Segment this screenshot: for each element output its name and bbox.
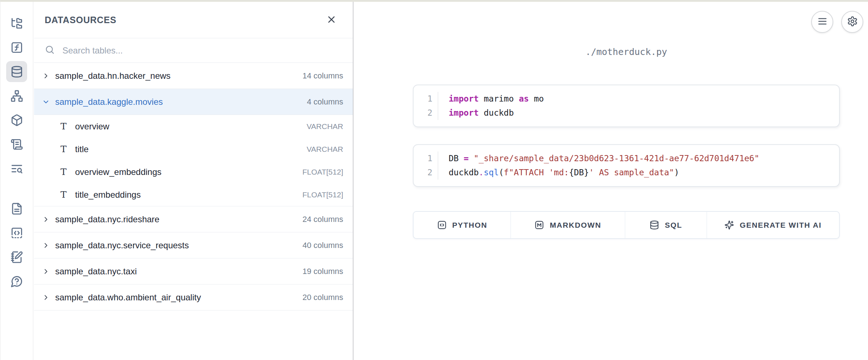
table-row[interactable]: sample_data.hn.hacker_news14 columns xyxy=(34,63,353,89)
column-row[interactable]: Ttitle_embeddingsFLOAT[512] xyxy=(34,183,353,206)
table-column-count: 20 columns xyxy=(302,293,343,302)
chevron-right-icon xyxy=(42,241,50,249)
sidebar-item-help[interactable] xyxy=(6,271,27,292)
sidebar-item-file-explorer[interactable] xyxy=(6,13,27,34)
sidebar-item-packages[interactable] xyxy=(6,110,27,130)
sidebar-item-dependencies[interactable] xyxy=(6,85,27,106)
network-icon xyxy=(10,90,23,102)
table-row[interactable]: sample_data.nyc.taxi19 columns xyxy=(34,258,353,284)
code-text: import marimo as mo xyxy=(438,92,839,106)
code-token: import xyxy=(449,94,479,103)
column-row[interactable]: TtitleVARCHAR xyxy=(34,138,353,160)
top-actions xyxy=(811,11,863,33)
line-number: 2 xyxy=(414,166,438,180)
code-line: 1import marimo as mo xyxy=(414,92,839,106)
code-square-icon xyxy=(437,220,447,230)
sidebar-item-functions[interactable] xyxy=(6,37,27,58)
add-cell-markdown-button[interactable]: MARKDOWN xyxy=(511,212,625,238)
add-cell-button-label: GENERATE WITH AI xyxy=(740,221,821,230)
table-column-count: 24 columns xyxy=(302,215,343,224)
code-token: sql xyxy=(484,168,499,177)
sidebar-item-datasources[interactable] xyxy=(6,61,27,82)
code-token: duckdb xyxy=(449,168,479,177)
table-name: sample_data.nyc.taxi xyxy=(55,266,137,277)
code-token: as xyxy=(519,94,529,103)
add-cell-button-label: SQL xyxy=(665,221,682,230)
function-square-icon xyxy=(10,41,23,54)
code-token: = xyxy=(464,154,469,163)
table-column-count: 40 columns xyxy=(302,241,343,250)
code-token: duckdb xyxy=(479,108,514,117)
add-cell-bar: PYTHONMARKDOWNSQLGENERATE WITH AI xyxy=(413,211,840,239)
search-input[interactable] xyxy=(62,45,342,56)
code-token: "_share/sample_data/23b0d623-1361-421d-a… xyxy=(474,154,759,163)
notebook-area: ./motherduck.py 1import marimo as mo2imp… xyxy=(353,2,868,360)
code-token: {DB} xyxy=(569,168,589,177)
sparkles-icon xyxy=(724,220,734,230)
column-type: FLOAT[512] xyxy=(302,168,343,176)
tables-list: sample_data.hn.hacker_news14 columnssamp… xyxy=(34,63,353,310)
file-text-icon xyxy=(10,202,23,215)
table-row[interactable]: sample_data.who.ambient_air_quality20 co… xyxy=(34,284,353,310)
code-square-dashed-icon xyxy=(10,227,23,239)
notebook-filename: ./motherduck.py xyxy=(413,47,840,57)
text-type-icon: T xyxy=(59,190,68,199)
table-row[interactable]: sample_data.nyc.service_requests40 colum… xyxy=(34,232,353,258)
close-icon xyxy=(326,14,337,26)
code-token: marimo xyxy=(479,94,519,103)
table-column-count: 19 columns xyxy=(302,267,343,276)
code-token: . xyxy=(479,168,484,177)
database-icon xyxy=(10,65,23,78)
code-token xyxy=(469,154,474,163)
table-name: sample_data.nyc.rideshare xyxy=(55,214,160,224)
gear-icon xyxy=(847,16,858,27)
close-panel-button[interactable] xyxy=(326,14,337,26)
datasources-panel: DATASOURCES sample_data.hn.hacker_news14… xyxy=(34,2,353,360)
table-row[interactable]: sample_data.kaggle.movies4 columns xyxy=(34,89,353,115)
code-text: DB = "_share/sample_data/23b0d623-1361-4… xyxy=(438,151,839,166)
column-row[interactable]: ToverviewVARCHAR xyxy=(34,115,353,138)
table-name: sample_data.kaggle.movies xyxy=(55,97,163,107)
chevron-down-icon xyxy=(42,98,50,106)
code-cell[interactable]: 1DB = "_share/sample_data/23b0d623-1361-… xyxy=(413,144,840,187)
add-cell-sql-button[interactable]: SQL xyxy=(625,212,707,238)
database-icon xyxy=(649,220,659,230)
code-line: 1DB = "_share/sample_data/23b0d623-1361-… xyxy=(414,151,839,166)
menu-icon xyxy=(817,16,828,27)
column-name: overview xyxy=(75,121,110,132)
sidebar-item-logs[interactable] xyxy=(6,134,27,155)
code-token: import xyxy=(449,108,479,117)
text-search-icon xyxy=(10,162,23,175)
settings-button[interactable] xyxy=(841,11,863,33)
code-line: 2import duckdb xyxy=(414,106,839,120)
add-cell-button-label: MARKDOWN xyxy=(550,221,601,230)
chevron-right-icon xyxy=(42,72,50,80)
code-line: 2duckdb.sql(f"ATTACH 'md:{DB}' AS sample… xyxy=(414,166,839,180)
add-cell-python-button[interactable]: PYTHON xyxy=(414,212,511,238)
sidebar-item-snippets[interactable] xyxy=(6,222,27,243)
column-type: VARCHAR xyxy=(306,122,343,131)
sidebar-item-scratchpad[interactable] xyxy=(6,247,27,267)
activity-bar xyxy=(0,2,33,360)
sidebar-item-documentation[interactable] xyxy=(6,198,27,219)
text-type-icon: T xyxy=(59,167,68,176)
sidebar-item-tracebacks[interactable] xyxy=(6,158,27,179)
help-chat-icon xyxy=(10,275,23,288)
notebook-menu-button[interactable] xyxy=(811,11,833,33)
add-cell-generate-with-ai-button[interactable]: GENERATE WITH AI xyxy=(707,212,839,238)
text-type-icon: T xyxy=(59,145,68,154)
code-token: mo xyxy=(529,94,544,103)
folder-tree-icon xyxy=(10,17,23,30)
column-row[interactable]: Toverview_embeddingsFLOAT[512] xyxy=(34,160,353,183)
column-type: FLOAT[512] xyxy=(302,190,343,199)
window-top-strip xyxy=(0,0,868,2)
text-type-icon: T xyxy=(59,122,68,131)
column-type: VARCHAR xyxy=(306,145,343,154)
table-row[interactable]: sample_data.nyc.rideshare24 columns xyxy=(34,206,353,232)
column-name: title xyxy=(75,144,89,154)
code-text: import duckdb xyxy=(438,106,839,120)
code-cell[interactable]: 1import marimo as mo2import duckdb xyxy=(413,85,840,127)
code-token: ) xyxy=(674,168,679,177)
chevron-right-icon xyxy=(42,267,50,275)
code-token: f"ATTACH 'md: xyxy=(504,168,569,177)
